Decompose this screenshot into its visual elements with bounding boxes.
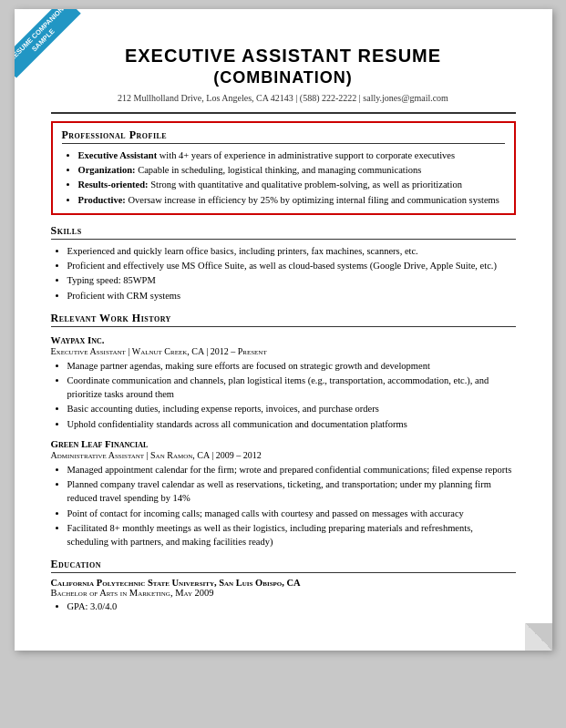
skill-text-3: Typing speed: 85WPM (67, 275, 156, 285)
list-item: Experienced and quickly learn office bas… (67, 244, 516, 258)
list-item: Facilitated 8+ monthly meetings as well … (67, 521, 516, 549)
education-section: Education California Polytechnic State U… (51, 558, 516, 613)
profile-text-1: with 4+ years of experience in administr… (160, 150, 455, 160)
list-item: Proficient with CRM systems (67, 289, 516, 302)
company-name-1: Waypax Inc. (51, 334, 516, 345)
resume-title-line1: EXECUTIVE ASSISTANT RESUME (51, 46, 516, 67)
edu-degree: Bachelor of Arts in Marketing, May 2009 (51, 588, 516, 598)
profile-term-2: Organization: (78, 165, 136, 175)
profile-text-3: Strong with quantitative and qualitative… (150, 179, 462, 190)
page-curl (525, 623, 552, 651)
edu-school: California Polytechnic State University,… (51, 578, 516, 588)
resume-title-line2: (COMBINATION) (51, 68, 516, 87)
list-item: Productive: Oversaw increase in efficien… (78, 193, 505, 207)
professional-profile-list: Executive Assistant with 4+ years of exp… (62, 149, 505, 207)
ribbon-badge: RESUME COMPANIONSAMPLE (15, 9, 87, 82)
list-item: Basic accounting duties, including expen… (67, 402, 516, 415)
resume-page: RESUME COMPANIONSAMPLE EXECUTIVE ASSISTA… (15, 9, 552, 651)
resume-header: EXECUTIVE ASSISTANT RESUME (COMBINATION)… (51, 46, 516, 114)
profile-term-3: Results-oriented: (78, 179, 149, 190)
skill-text-1: Experienced and quickly learn office bas… (67, 246, 418, 256)
gpa-text: GPA: 3.0/4.0 (67, 601, 118, 611)
contact-info: 212 Mullholland Drive, Los Angeles, CA 4… (51, 93, 516, 103)
skill-text-2: Proficient and effectively use MS Office… (67, 261, 497, 271)
ribbon-text: RESUME COMPANIONSAMPLE (15, 9, 80, 77)
job-title-2: Administrative Assistant | San Ramon, CA… (51, 450, 516, 460)
skills-list: Experienced and quickly learn office bas… (51, 244, 516, 302)
list-item: Planned company travel calendar as well … (67, 477, 516, 505)
list-item: Organization: Capable in scheduling, log… (78, 163, 505, 177)
profile-text-4: Oversaw increase in efficiency by 25% by… (128, 195, 499, 205)
job-title-1: Executive Assistant | Walnut Creek, CA |… (51, 346, 516, 356)
list-item: Executive Assistant with 4+ years of exp… (78, 149, 505, 162)
skill-text-4: Proficient with CRM systems (67, 291, 181, 301)
list-item: Uphold confidentiality standards across … (67, 417, 516, 431)
profile-term-1: Executive Assistant (78, 150, 158, 160)
list-item: Typing speed: 85WPM (67, 273, 516, 287)
list-item: Results-oriented: Strong with quantitati… (78, 178, 505, 191)
job-2-list: Managed appointment calendar for the fir… (51, 463, 516, 549)
professional-profile-heading: Professional Profile (62, 128, 505, 144)
list-item: Coordinate communication and channels, p… (67, 374, 516, 401)
job-1-list: Manage partner agendas, making sure effo… (51, 359, 516, 431)
company-name-2: Green Leaf Financial (51, 438, 516, 449)
list-item: Proficient and effectively use MS Office… (67, 259, 516, 272)
list-item: Manage partner agendas, making sure effo… (67, 359, 516, 373)
list-item: GPA: 3.0/4.0 (67, 600, 516, 613)
list-item: Point of contact for incoming calls; man… (67, 507, 516, 520)
skills-heading: Skills (51, 224, 516, 240)
skills-section: Skills Experienced and quickly learn off… (51, 224, 516, 302)
profile-text-2: Capable in scheduling, logistical thinki… (138, 165, 421, 175)
list-item: Managed appointment calendar for the fir… (67, 463, 516, 477)
work-history-heading: Relevant Work History (51, 312, 516, 327)
header-divider (51, 112, 516, 114)
professional-profile-section: Professional Profile Executive Assistant… (51, 121, 516, 215)
work-history-section: Relevant Work History Waypax Inc. Execut… (51, 312, 516, 549)
edu-gpa-list: GPA: 3.0/4.0 (51, 600, 516, 613)
profile-term-4: Productive: (78, 195, 126, 205)
education-heading: Education (51, 558, 516, 573)
